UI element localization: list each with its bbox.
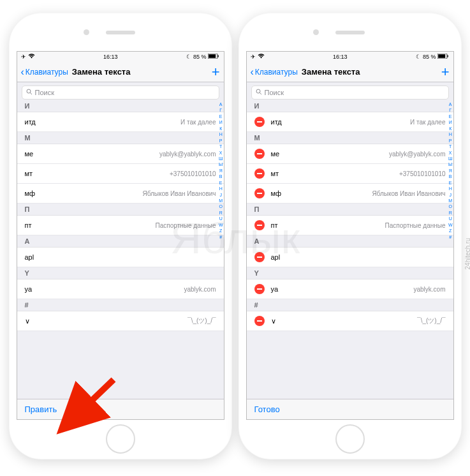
index-letter[interactable]: W xyxy=(219,222,223,228)
shortcut-row[interactable]: итдИ так далее xyxy=(247,112,453,132)
index-letter[interactable]: Х xyxy=(219,150,223,156)
search-input[interactable]: Поиск xyxy=(22,86,219,100)
index-letter[interactable]: Г xyxy=(219,107,222,113)
index-letter[interactable]: H xyxy=(219,186,223,191)
index-letter[interactable]: Е xyxy=(219,114,223,119)
shortcut-row[interactable]: мфЯблыков Иван Иванович xyxy=(17,184,224,204)
delete-row-button[interactable] xyxy=(254,316,265,326)
shortcut-row[interactable]: итдИ так далее xyxy=(17,112,224,132)
index-letter[interactable]: E xyxy=(449,180,452,186)
phrase-text: ¯\_(ツ)_/¯ xyxy=(417,316,445,325)
svg-line-11 xyxy=(260,93,261,94)
shortcut-row[interactable]: птПаспортные данные xyxy=(17,216,224,235)
index-letter[interactable]: J xyxy=(449,192,452,198)
delete-row-button[interactable] xyxy=(254,284,265,294)
index-letter[interactable]: Z xyxy=(449,228,452,234)
index-letter[interactable]: Н xyxy=(449,131,452,137)
add-button[interactable]: + xyxy=(441,65,450,79)
add-button[interactable]: + xyxy=(212,65,220,79)
shortcut-row[interactable]: меyablyk@yablyk.com xyxy=(17,144,224,164)
search-input[interactable]: Поиск xyxy=(251,86,449,100)
index-letter[interactable]: Т xyxy=(449,144,452,149)
phrase-text: Яблыков Иван Иванович xyxy=(372,190,445,197)
index-letter[interactable]: Ш xyxy=(448,156,452,161)
index-letter[interactable]: B xyxy=(219,174,223,179)
home-button[interactable] xyxy=(106,424,135,454)
index-letter[interactable]: M xyxy=(219,198,223,204)
shortcut-row[interactable]: apl xyxy=(17,248,224,267)
delete-row-button[interactable] xyxy=(254,220,265,230)
shortcut-row[interactable]: мт+375010101010 xyxy=(247,164,453,184)
index-letter[interactable]: К xyxy=(449,126,452,131)
shortcut-text: ∨ xyxy=(25,317,30,325)
index-letter[interactable]: E xyxy=(219,180,223,186)
back-button[interactable]: ‹ Клавиатуры xyxy=(21,66,68,78)
index-letter[interactable]: Х xyxy=(449,150,452,156)
phrase-text: Паспортные данные xyxy=(385,222,446,229)
section-header: М xyxy=(17,132,224,144)
index-letter[interactable]: O xyxy=(219,204,222,209)
shortcut-text: итд xyxy=(271,118,282,126)
index-letter[interactable]: Е xyxy=(449,114,452,119)
index-letter[interactable]: К xyxy=(219,126,222,131)
index-letter[interactable]: Ы xyxy=(448,161,452,167)
home-button[interactable] xyxy=(335,424,365,454)
index-letter[interactable]: J xyxy=(219,192,222,198)
alpha-index[interactable]: АГЕИКНРТХШЫЯBEHJMORUWZ# xyxy=(448,101,453,240)
index-letter[interactable]: U xyxy=(219,216,223,221)
shortcut-row[interactable]: птПаспортные данные xyxy=(247,216,453,235)
edit-button[interactable]: Править xyxy=(25,405,57,414)
index-letter[interactable]: H xyxy=(449,186,452,191)
section-header: П xyxy=(247,204,453,216)
index-letter[interactable]: А xyxy=(449,101,452,107)
index-letter[interactable]: # xyxy=(219,234,222,240)
done-button[interactable]: Готово xyxy=(254,405,280,414)
back-label: Клавиатуры xyxy=(255,68,298,77)
shortcut-row[interactable]: ∨¯\_(ツ)_/¯ xyxy=(17,311,224,331)
back-button[interactable]: ‹ Клавиатуры xyxy=(251,66,298,78)
delete-row-button[interactable] xyxy=(254,188,265,198)
shortcut-row[interactable]: меyablyk@yablyk.com xyxy=(247,144,453,164)
shortcut-row[interactable]: мт+375010101010 xyxy=(17,164,224,184)
index-letter[interactable]: Т xyxy=(219,144,222,149)
index-letter[interactable]: R xyxy=(219,210,223,216)
index-letter[interactable]: Я xyxy=(449,168,452,174)
shortcut-row[interactable]: ∨¯\_(ツ)_/¯ xyxy=(247,311,453,331)
index-letter[interactable]: И xyxy=(449,119,452,125)
shortcut-row[interactable]: yayablyk.com xyxy=(17,279,224,299)
index-letter[interactable]: Я xyxy=(219,168,223,174)
index-letter[interactable]: # xyxy=(449,234,452,240)
list-content[interactable]: ИитдИ так далееМмеyablyk@yablyk.comмт+37… xyxy=(247,100,453,399)
alpha-index[interactable]: АГЕИКНРТХШЫЯBEHJMORUWZ# xyxy=(219,101,223,240)
index-letter[interactable]: U xyxy=(449,216,452,221)
index-letter[interactable]: R xyxy=(449,210,452,216)
index-letter[interactable]: Ш xyxy=(219,156,223,161)
delete-row-button[interactable] xyxy=(254,252,265,262)
shortcut-row[interactable]: apl xyxy=(247,248,453,267)
svg-rect-2 xyxy=(218,56,219,57)
delete-row-button[interactable] xyxy=(254,168,265,179)
shortcut-row[interactable]: мфЯблыков Иван Иванович xyxy=(247,184,453,204)
phone-speaker xyxy=(106,31,135,34)
index-letter[interactable]: Г xyxy=(449,107,452,113)
delete-row-button[interactable] xyxy=(254,149,265,159)
index-letter[interactable]: Z xyxy=(219,228,222,234)
moon-icon: ☾ xyxy=(186,54,191,60)
index-letter[interactable]: А xyxy=(219,101,223,107)
airplane-icon: ✈︎ xyxy=(251,54,256,60)
delete-row-button[interactable] xyxy=(254,117,265,127)
index-letter[interactable]: И xyxy=(219,119,223,125)
list-content[interactable]: ИитдИ так далееМмеyablyk@yablyk.comмт+37… xyxy=(17,100,224,399)
index-letter[interactable]: Ы xyxy=(219,161,223,167)
shortcut-row[interactable]: yayablyk.com xyxy=(247,279,453,299)
index-letter[interactable]: O xyxy=(448,204,452,209)
index-letter[interactable]: Р xyxy=(449,138,452,144)
index-letter[interactable]: Р xyxy=(219,138,223,144)
bottom-toolbar: Править xyxy=(17,399,224,419)
index-letter[interactable]: Н xyxy=(219,131,223,137)
index-letter[interactable]: W xyxy=(448,222,453,228)
index-letter[interactable]: B xyxy=(449,174,452,179)
phrase-text: Яблыков Иван Иванович xyxy=(142,190,216,197)
index-letter[interactable]: M xyxy=(448,198,452,204)
svg-line-4 xyxy=(30,93,32,94)
